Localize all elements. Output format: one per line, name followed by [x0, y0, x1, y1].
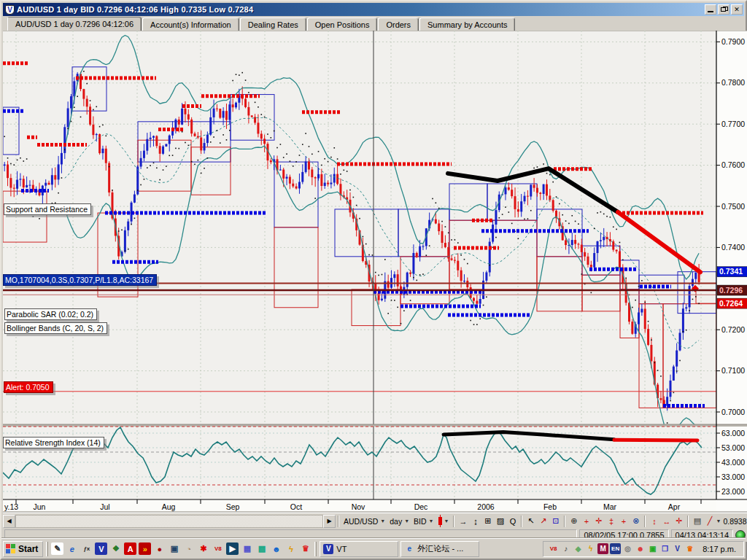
ql-messenger-icon[interactable]: ☻ [270, 542, 282, 555]
svg-text:0.7100: 0.7100 [721, 366, 745, 375]
app-logo-icon: V [5, 5, 15, 15]
price-type-dropdown[interactable]: BID▼ [411, 516, 436, 526]
tray-display-icon[interactable]: ◆ [573, 543, 584, 554]
grid-toggle-icon[interactable]: ⊞ [481, 515, 494, 527]
parabolic-sar-label[interactable]: Parabolic SAR (0.02; 0.2) [4, 308, 97, 320]
ql-acrobat-icon[interactable]: A [124, 542, 136, 555]
restore-button[interactable] [718, 4, 729, 15]
period-dropdown[interactable]: day▼ [387, 516, 411, 526]
quote-icon[interactable]: Q [506, 515, 519, 527]
svg-text:y.13: y.13 [4, 502, 18, 511]
pointer-tool-icon[interactable]: ↖ [525, 515, 537, 527]
svg-text:Apr: Apr [668, 502, 681, 511]
ql-v8-icon[interactable]: V8 [212, 542, 224, 555]
start-button[interactable]: Start [3, 541, 43, 557]
tray-vt-icon[interactable]: V [672, 543, 683, 554]
rsi-label[interactable]: Relative Strength Index (14) [3, 437, 104, 448]
taskbar-window-forum[interactable]: e外汇论坛 - ... [400, 541, 479, 557]
title-bar[interactable]: V AUD/USD 1 day BID 0.7296 04:12:06 High… [3, 3, 744, 16]
tray-lightning-icon[interactable]: ϟ [585, 543, 596, 554]
taskbar-window-vt-icon: V [323, 544, 333, 554]
ql-movie-icon[interactable]: ▦ [241, 542, 253, 555]
price-chart[interactable]: 0.79000.78000.77000.76000.75000.74000.72… [3, 31, 747, 513]
tab-3[interactable]: Open Positions [307, 18, 378, 31]
shift-chart-icon[interactable]: → [457, 515, 469, 527]
ql-notes-icon[interactable]: ✎ [51, 542, 63, 555]
expand-horizontal-icon[interactable]: ↔ [660, 515, 673, 527]
ql-media-player-icon[interactable]: ▶ [226, 542, 239, 555]
svg-text:Dec: Dec [414, 502, 428, 511]
tray-monitor-icon[interactable]: ▣ [647, 543, 658, 554]
svg-text:0.7700: 0.7700 [721, 120, 745, 128]
object-connect-icon[interactable]: ⊡ [549, 515, 562, 527]
svg-text:43.000: 43.000 [721, 458, 745, 467]
svg-text:Jul: Jul [100, 502, 109, 511]
ql-star-icon[interactable]: ✱ [197, 542, 209, 555]
template-icon[interactable]: ▤ [691, 515, 703, 527]
tray-v8-icon[interactable]: V8 [548, 543, 559, 554]
price-scale-icon[interactable]: ↨ [469, 515, 481, 527]
tab-2[interactable]: Dealing Rates [240, 18, 306, 31]
tray-maxthon-icon[interactable]: M [597, 543, 608, 554]
tab-bar: AUD/USD 1 day 0.7296 04:12:06Account(s) … [3, 16, 744, 32]
ql-vt-trader-icon[interactable]: V [95, 542, 107, 555]
tab-1[interactable]: Account(s) Information [142, 18, 239, 31]
ql-computer-icon[interactable]: ▣ [168, 542, 180, 555]
application-window: V AUD/USD 1 day BID 0.7296 04:12:06 High… [0, 0, 747, 560]
svg-text:Jun: Jun [34, 502, 46, 511]
taskbar: Start ✎eƒxV❖A»●▣◔✱V8▶▦▩☻ϟ♛ VVTe外汇论坛 - ..… [1, 538, 746, 559]
order-info-label[interactable]: MO,1707004,0.3S,0.7307,P/L1.8,AC:33167 [3, 274, 157, 286]
chart-style-dropdown[interactable]: ▼ [436, 516, 452, 526]
tab-0[interactable]: AUD/USD 1 day 0.7296 04:12:06 [7, 17, 142, 31]
crosshair-dashed-icon[interactable]: ‡ [605, 515, 617, 527]
ql-clock-icon[interactable]: ◔ [182, 542, 195, 555]
tray-volume-icon[interactable]: ♪ [560, 543, 571, 554]
zoom-in-icon[interactable]: ⊕ [568, 515, 580, 527]
close-button[interactable]: ✕ [731, 4, 743, 15]
ql-photo-icon[interactable]: ▩ [255, 542, 268, 555]
horizontal-scrollbar[interactable] [15, 515, 323, 528]
ql-crown-icon[interactable]: ♛ [299, 542, 311, 555]
system-tray: V8♪◆ϟMEN◎☻▣❒V♛ 8:17 p.m. [543, 541, 744, 557]
tab-4[interactable]: Orders [378, 18, 419, 31]
zoom-reset-icon[interactable]: ⊗ [630, 515, 642, 527]
ql-fx-icon[interactable]: ƒx [80, 542, 93, 555]
svg-text:53.000: 53.000 [721, 443, 745, 452]
support-resistance-label[interactable]: Support and Resistance [4, 203, 91, 215]
ql-fireball-icon[interactable]: ● [153, 542, 166, 555]
ql-internet-explorer-icon[interactable]: e [66, 542, 78, 555]
expand-vertical-icon[interactable]: ↕ [648, 515, 660, 527]
tray-network-icon[interactable]: ❒ [659, 543, 670, 554]
tray-language-icon[interactable]: EN [610, 543, 621, 554]
svg-text:Oct: Oct [290, 502, 302, 511]
crosshair-small-icon[interactable]: + [580, 515, 592, 527]
symbol-dropdown[interactable]: AUD/USD▼ [341, 516, 387, 526]
alert-label[interactable]: Alert: 0.7050 [4, 381, 53, 393]
expand-both-icon[interactable]: ✛ [673, 515, 685, 527]
ql-download-icon[interactable]: » [139, 542, 151, 555]
scroll-right-button[interactable]: ▶ [323, 515, 336, 528]
tray-crown-icon[interactable]: ♛ [684, 543, 695, 554]
ql-tool-icon[interactable]: ❖ [109, 542, 122, 555]
svg-text:0.7800: 0.7800 [721, 78, 745, 87]
drawing-tools-icon[interactable]: ↗ [537, 515, 549, 527]
tab-5[interactable]: Summary by Accounts [419, 18, 515, 31]
price-value-dropdown[interactable]: 0.8938▼ [721, 516, 747, 526]
windows-logo-icon [6, 544, 16, 554]
minimize-button[interactable] [705, 4, 716, 15]
trendline-tool-icon[interactable]: ╱ [703, 515, 716, 527]
svg-text:Feb: Feb [543, 502, 557, 511]
crosshair-large-icon[interactable]: ✛ [592, 515, 605, 527]
tray-messenger-icon[interactable]: ☻ [635, 543, 646, 554]
taskbar-window-vt[interactable]: VVT [320, 541, 398, 557]
chart-area[interactable]: 0.79000.78000.77000.76000.75000.74000.72… [3, 31, 747, 513]
snap-toggle-icon[interactable]: ▨ [494, 515, 506, 527]
ql-lightning-icon[interactable]: ϟ [285, 542, 297, 555]
svg-text:Nov: Nov [352, 502, 365, 511]
scroll-left-button[interactable]: ◀ [3, 515, 15, 528]
crosshair-thin-icon[interactable]: + [617, 515, 630, 527]
svg-text:0.7264: 0.7264 [719, 299, 743, 308]
tray-globe-icon[interactable]: ◎ [622, 543, 633, 554]
bollinger-bands-label[interactable]: Bollinger Bands (C, 20, S, 2) [4, 322, 107, 334]
svg-text:0.7000: 0.7000 [721, 408, 745, 416]
